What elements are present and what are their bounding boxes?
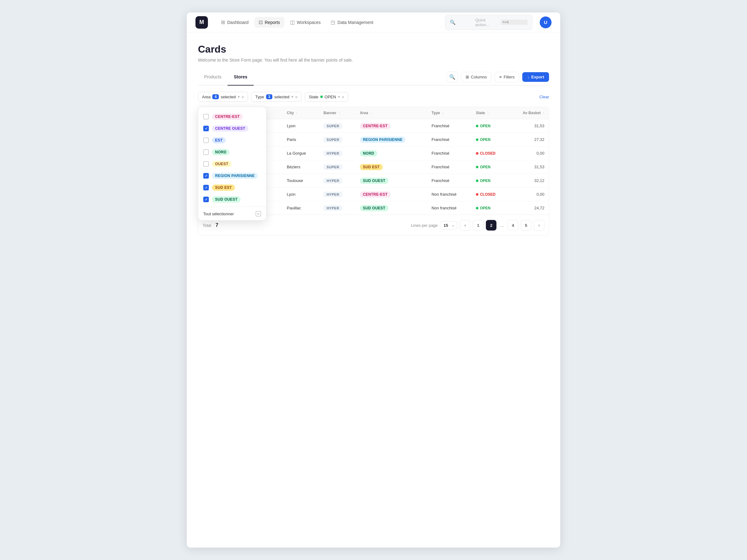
chevron-down-icon-state: ▾: [338, 95, 340, 99]
nav-label-reports: Reports: [265, 20, 280, 25]
filter-chip-type[interactable]: Type 3 selected ▾ ×: [251, 92, 302, 102]
chevron-down-icon-type: ▾: [291, 95, 293, 99]
workspaces-icon: ◫: [290, 19, 295, 25]
checkbox-centre-est[interactable]: [203, 114, 209, 119]
lines-per-page-select[interactable]: 15 25 50: [440, 221, 457, 230]
cell-banner: HYPER: [319, 174, 356, 188]
page-2-button[interactable]: 2: [486, 220, 496, 231]
columns-button[interactable]: ⊞ Columns: [461, 72, 491, 82]
minus-checkbox[interactable]: [256, 211, 261, 216]
tab-stores[interactable]: Stores: [228, 71, 254, 85]
dropdown-item-est[interactable]: EST: [198, 134, 266, 146]
checkbox-ouest[interactable]: [203, 161, 209, 167]
cell-av-basket: 32,12: [509, 174, 549, 188]
select-all-row[interactable]: Tout sélectionner: [198, 208, 266, 218]
pagination-controls: Lines per page 15 25 50 ‹ 1 2 ... 4 5 ›: [411, 220, 544, 231]
nav-item-dashboard[interactable]: ⊞ Dashboard: [216, 17, 253, 28]
cell-type: Non franchisé: [427, 188, 471, 201]
page-next-button[interactable]: ›: [534, 220, 544, 231]
page-prev-button[interactable]: ‹: [460, 220, 470, 231]
dropdown-item-ouest[interactable]: OUEST: [198, 158, 266, 170]
total-label: Total: [203, 223, 211, 228]
lines-per-page-label: Lines per page: [411, 223, 438, 228]
filters-button[interactable]: ≡ Filters: [495, 72, 519, 82]
tab-products[interactable]: Products: [198, 71, 228, 85]
filter-chip-area[interactable]: Area 4 selected ▾ ×: [198, 92, 248, 102]
col-state[interactable]: State ↕: [471, 107, 509, 119]
dropdown-item-centre-est[interactable]: CENTRE-EST: [198, 111, 266, 123]
columns-icon: ⊞: [466, 75, 469, 79]
page-1-button[interactable]: 1: [473, 220, 483, 231]
cell-banner: HYPER: [319, 146, 356, 160]
checkbox-centre-ouest[interactable]: [203, 126, 209, 131]
search-icon: 🔍: [450, 20, 473, 25]
dropdown-item-centre-ouest[interactable]: CENTRE OUEST: [198, 123, 266, 134]
area-dropdown-panel: CENTRE-EST CENTRE OUEST EST NORD OUEST: [198, 107, 266, 220]
col-area[interactable]: Area ↕: [356, 107, 427, 119]
checkbox-est[interactable]: [203, 137, 209, 143]
cell-av-basket: 0,00: [509, 146, 549, 160]
page-ellipsis: ...: [499, 223, 505, 228]
col-city[interactable]: City ↕: [283, 107, 319, 119]
dropdown-item-nord[interactable]: NORD: [198, 146, 266, 158]
col-type[interactable]: Type ↕: [427, 107, 471, 119]
checkbox-sud-est[interactable]: [203, 185, 209, 190]
sort-state[interactable]: ↕: [487, 112, 489, 114]
page-5-button[interactable]: 5: [521, 220, 531, 231]
cell-av-basket: 24,72: [509, 201, 549, 215]
logo[interactable]: M: [196, 16, 208, 29]
cell-state: OPEN: [471, 201, 509, 215]
dropdown-item-region-parisienne[interactable]: REGION PARISIENNE: [198, 170, 266, 182]
cell-city: Paris: [283, 133, 319, 146]
nav-item-reports[interactable]: ⊡ Reports: [254, 17, 284, 28]
sort-area[interactable]: ↕: [370, 112, 372, 114]
area-badge-centre-est: CENTRE-EST: [212, 113, 243, 120]
columns-label: Columns: [471, 75, 487, 79]
cell-banner: SUPER: [319, 119, 356, 133]
dropdown-item-sud-ouest[interactable]: SUD OUEST: [198, 193, 266, 205]
avatar[interactable]: U: [540, 17, 551, 28]
filter-type-clear[interactable]: ×: [295, 95, 298, 99]
cell-area: SUD EST: [356, 160, 427, 174]
cell-state: OPEN: [471, 133, 509, 146]
cell-city: Toulouse: [283, 174, 319, 188]
col-banner[interactable]: Banner ↕: [319, 107, 356, 119]
search-box[interactable]: 🔍 Quick action... ⌘+K: [445, 15, 532, 30]
sort-av-basket[interactable]: ↕: [543, 112, 545, 114]
filter-area-count: 4: [212, 94, 219, 99]
export-button[interactable]: ↓ Export: [522, 72, 549, 82]
main-content: Cards Welcome to the Store Form page. Yo…: [187, 32, 560, 243]
cell-area: CENTRE-EST: [356, 119, 427, 133]
dropdown-item-sud-est[interactable]: SUD EST: [198, 182, 266, 193]
col-av-basket[interactable]: Av Basket ↕: [509, 107, 549, 119]
filter-icon: ≡: [499, 75, 502, 79]
checkbox-nord[interactable]: [203, 149, 209, 155]
checkbox-region-parisienne[interactable]: [203, 173, 209, 179]
export-icon: ↓: [527, 75, 530, 79]
filter-chip-state[interactable]: State OPEN ▾ ×: [305, 92, 348, 102]
filter-area-clear[interactable]: ×: [241, 95, 244, 99]
cell-state: OPEN: [471, 119, 509, 133]
cell-city: Pauillac: [283, 201, 319, 215]
nav-label-workspaces: Workspaces: [297, 20, 321, 25]
checkbox-sud-ouest[interactable]: [203, 196, 209, 202]
cell-av-basket: 0,00: [509, 188, 549, 201]
total-count: 7: [215, 222, 218, 228]
lines-select-wrap: 15 25 50: [440, 221, 457, 230]
filters-label: Filters: [504, 75, 515, 79]
reports-icon: ⊡: [259, 19, 263, 25]
nav-item-workspaces[interactable]: ◫ Workspaces: [286, 17, 325, 28]
area-badge-nord: NORD: [212, 149, 229, 155]
cell-state: OPEN: [471, 174, 509, 188]
page-title: Cards: [198, 44, 549, 55]
filter-state-label: State: [309, 95, 318, 99]
sort-banner[interactable]: ↕: [339, 112, 340, 114]
sort-type[interactable]: ↕: [442, 112, 444, 114]
page-4-button[interactable]: 4: [508, 220, 518, 231]
cell-av-basket: 31,53: [509, 119, 549, 133]
sort-city[interactable]: ↕: [296, 112, 298, 114]
search-button[interactable]: 🔍: [447, 71, 458, 82]
nav-item-data-management[interactable]: ◳ Data Management: [326, 17, 378, 28]
clear-all-button[interactable]: Clear: [539, 95, 549, 99]
filter-state-clear[interactable]: ×: [342, 95, 344, 99]
